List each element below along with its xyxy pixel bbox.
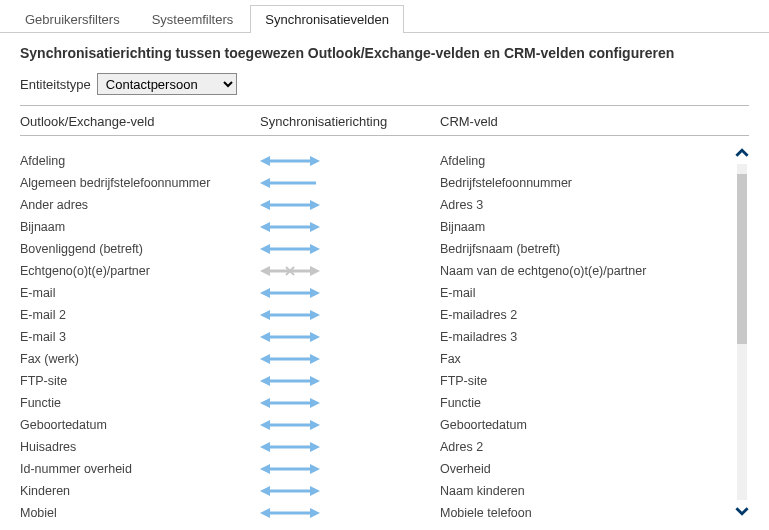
crm-field-cell: E-mail <box>440 286 749 300</box>
scroll-track[interactable] <box>737 164 747 500</box>
table-row: Id-nummer overheidOverheid <box>20 458 749 480</box>
crm-field-cell: FTP-site <box>440 374 749 388</box>
crm-field-cell: Mobiele telefoon <box>440 506 749 520</box>
table-row: BijnaamBijnaam <box>20 216 749 238</box>
sync-direction-arrow-icon[interactable] <box>260 352 440 366</box>
sync-direction-arrow-icon[interactable] <box>260 286 440 300</box>
svg-marker-39 <box>310 420 320 430</box>
table-row: FunctieFunctie <box>20 392 749 414</box>
sync-direction-arrow-icon[interactable] <box>260 418 440 432</box>
crm-field-cell: Adres 3 <box>440 198 749 212</box>
sync-direction-arrow-icon[interactable] <box>260 396 440 410</box>
svg-marker-42 <box>310 442 320 452</box>
sync-direction-arrow-icon[interactable] <box>260 220 440 234</box>
outlook-field-cell: Afdeling <box>20 154 260 168</box>
svg-marker-16 <box>310 266 320 276</box>
svg-marker-10 <box>310 222 320 232</box>
crm-field-cell: E-mailadres 3 <box>440 330 749 344</box>
svg-marker-36 <box>310 398 320 408</box>
table-row: HuisadresAdres 2 <box>20 436 749 458</box>
crm-field-cell: Afdeling <box>440 154 749 168</box>
svg-marker-26 <box>260 332 270 342</box>
svg-marker-27 <box>310 332 320 342</box>
outlook-field-cell: Ander adres <box>20 198 260 212</box>
svg-marker-41 <box>260 442 270 452</box>
table-row: E-mailE-mail <box>20 282 749 304</box>
svg-marker-44 <box>260 464 270 474</box>
sync-direction-arrow-icon[interactable] <box>260 264 440 278</box>
crm-field-cell: E-mailadres 2 <box>440 308 749 322</box>
outlook-field-cell: Bijnaam <box>20 220 260 234</box>
svg-marker-23 <box>260 310 270 320</box>
tab-1[interactable]: Systeemfilters <box>137 5 249 33</box>
svg-marker-9 <box>260 222 270 232</box>
svg-marker-45 <box>310 464 320 474</box>
svg-marker-24 <box>310 310 320 320</box>
table-row: Echtgeno(o)t(e)/partnerNaam van de echtg… <box>20 260 749 282</box>
sync-direction-arrow-icon[interactable] <box>260 176 440 190</box>
svg-marker-6 <box>260 200 270 210</box>
tab-0[interactable]: Gebruikersfilters <box>10 5 135 33</box>
outlook-field-cell: FTP-site <box>20 374 260 388</box>
svg-marker-35 <box>260 398 270 408</box>
scrollbar[interactable] <box>733 144 751 520</box>
table-row: E-mail 2E-mailadres 2 <box>20 304 749 326</box>
scroll-thumb[interactable] <box>737 174 747 344</box>
sync-direction-arrow-icon[interactable] <box>260 330 440 344</box>
sync-direction-arrow-icon[interactable] <box>260 484 440 498</box>
outlook-field-cell: Algemeen bedrijfstelefoonnummer <box>20 176 260 190</box>
crm-field-cell: Functie <box>440 396 749 410</box>
crm-field-cell: Overheid <box>440 462 749 476</box>
svg-marker-32 <box>260 376 270 386</box>
sync-direction-arrow-icon[interactable] <box>260 198 440 212</box>
sync-direction-arrow-icon[interactable] <box>260 440 440 454</box>
table-row: MobielMobiele telefoon <box>20 502 749 520</box>
outlook-field-cell: Functie <box>20 396 260 410</box>
column-headers: Outlook/Exchange-veld Synchronisatierich… <box>20 114 749 136</box>
outlook-field-cell: Huisadres <box>20 440 260 454</box>
outlook-field-cell: Fax (werk) <box>20 352 260 366</box>
svg-marker-47 <box>260 486 270 496</box>
crm-field-cell: Naam kinderen <box>440 484 749 498</box>
outlook-field-cell: Bovenliggend (betreft) <box>20 242 260 256</box>
crm-field-cell: Fax <box>440 352 749 366</box>
table-row: GeboortedatumGeboortedatum <box>20 414 749 436</box>
crm-field-cell: Adres 2 <box>440 440 749 454</box>
scroll-up-icon[interactable] <box>733 144 751 162</box>
outlook-field-cell: E-mail <box>20 286 260 300</box>
sync-direction-arrow-icon[interactable] <box>260 374 440 388</box>
svg-marker-2 <box>310 156 320 166</box>
crm-field-cell: Bijnaam <box>440 220 749 234</box>
sync-direction-arrow-icon[interactable] <box>260 308 440 322</box>
sync-direction-arrow-icon[interactable] <box>260 154 440 168</box>
svg-marker-21 <box>310 288 320 298</box>
svg-marker-33 <box>310 376 320 386</box>
table-row: FTP-siteFTP-site <box>20 370 749 392</box>
outlook-field-cell: Kinderen <box>20 484 260 498</box>
crm-field-cell: Bedrijfsnaam (betreft) <box>440 242 749 256</box>
outlook-field-cell: Echtgeno(o)t(e)/partner <box>20 264 260 278</box>
outlook-field-cell: Mobiel <box>20 506 260 520</box>
outlook-field-cell: Id-nummer overheid <box>20 462 260 476</box>
svg-marker-48 <box>310 486 320 496</box>
svg-marker-13 <box>310 244 320 254</box>
divider <box>20 105 749 106</box>
sync-direction-arrow-icon[interactable] <box>260 242 440 256</box>
page-title: Synchronisatierichting tussen toegewezen… <box>20 45 749 61</box>
scroll-down-icon[interactable] <box>733 502 751 520</box>
outlook-field-cell: E-mail 3 <box>20 330 260 344</box>
tabs-bar: GebruikersfiltersSysteemfiltersSynchroni… <box>0 0 769 33</box>
entity-type-select[interactable]: Contactpersoon <box>97 73 237 95</box>
svg-marker-30 <box>310 354 320 364</box>
table-row: KinderenNaam kinderen <box>20 480 749 502</box>
header-crm-field: CRM-veld <box>440 114 749 129</box>
sync-direction-arrow-icon[interactable] <box>260 462 440 476</box>
tab-2[interactable]: Synchronisatievelden <box>250 5 404 33</box>
svg-marker-7 <box>310 200 320 210</box>
table-row: Algemeen bedrijfstelefoonnummerBedrijfst… <box>20 172 749 194</box>
crm-field-cell: Naam van de echtgeno(o)t(e)/partner <box>440 264 749 278</box>
entity-type-label: Entiteitstype <box>20 77 91 92</box>
header-outlook-field: Outlook/Exchange-veld <box>20 114 260 129</box>
table-row: E-mail 3E-mailadres 3 <box>20 326 749 348</box>
sync-direction-arrow-icon[interactable] <box>260 506 440 520</box>
